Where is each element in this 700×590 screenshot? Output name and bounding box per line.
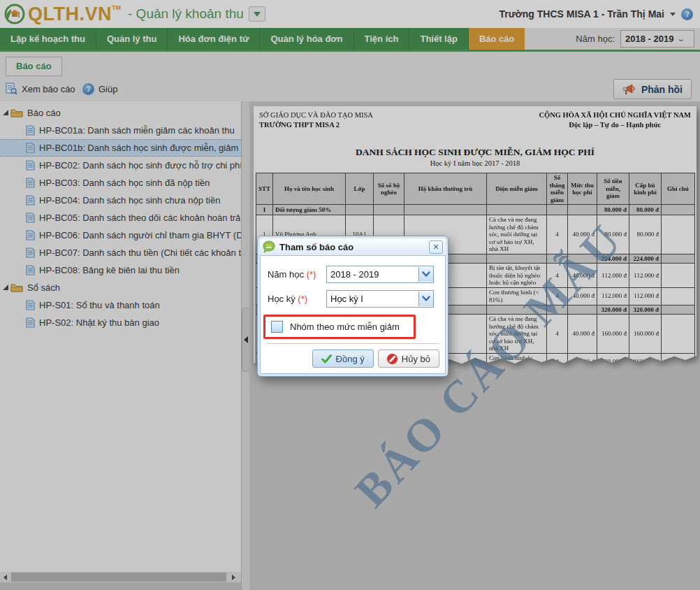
check-icon bbox=[321, 354, 332, 364]
annotation-highlight-red-box: Nhóm theo mức miễn giảm bbox=[263, 315, 416, 339]
cancel-icon bbox=[387, 354, 398, 364]
semester-field-select[interactable]: Học kỳ I bbox=[326, 290, 434, 308]
cancel-button[interactable]: Hủy bỏ bbox=[378, 350, 439, 368]
dialog-title: Tham số báo cáo bbox=[279, 242, 429, 252]
school-year-field-select[interactable]: 2018 - 2019 bbox=[326, 266, 434, 283]
school-year-field-value: 2018 - 2019 bbox=[327, 269, 418, 280]
dialog-body: Năm học (*) 2018 - 2019 Học kỳ (*) Học k… bbox=[260, 255, 446, 374]
dropdown-button[interactable] bbox=[418, 292, 433, 306]
group-by-exemption-checkbox[interactable] bbox=[271, 321, 283, 333]
dropdown-button[interactable] bbox=[418, 267, 433, 282]
chevron-down-icon bbox=[422, 296, 430, 302]
dialog-titlebar[interactable]: Tham số báo cáo ✕ bbox=[260, 238, 446, 255]
cancel-label: Hủy bỏ bbox=[402, 354, 430, 364]
dialog-close-button[interactable]: ✕ bbox=[429, 240, 443, 254]
dialog-logo-icon bbox=[263, 240, 275, 253]
ok-button[interactable]: Đồng ý bbox=[312, 350, 374, 368]
chevron-down-icon bbox=[422, 271, 430, 278]
semester-field-label: Học kỳ (*) bbox=[268, 294, 326, 304]
ok-label: Đồng ý bbox=[336, 354, 365, 364]
semester-field-value: Học kỳ I bbox=[327, 294, 418, 304]
school-year-field-label: Năm học (*) bbox=[268, 269, 326, 280]
group-by-exemption-label: Nhóm theo mức miễn giảm bbox=[290, 322, 400, 332]
report-parameters-dialog: Tham số báo cáo ✕ Năm học (*) 2018 - 201… bbox=[257, 236, 449, 377]
